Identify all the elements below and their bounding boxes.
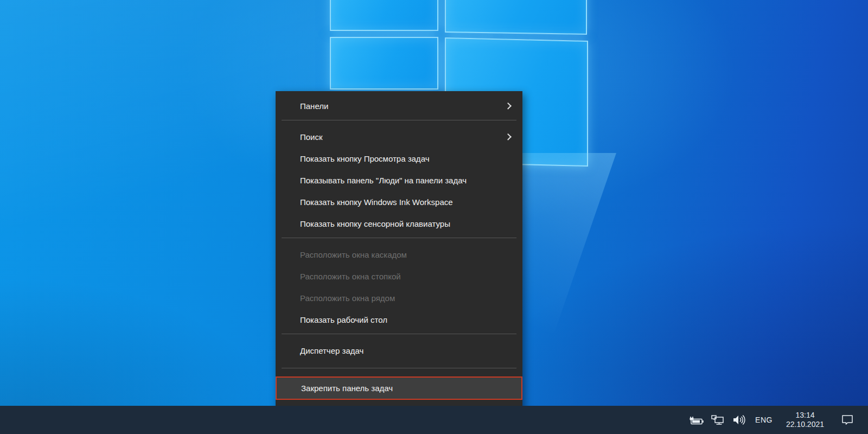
menu-item-side-by-side-windows: Расположить окна рядом	[276, 288, 522, 309]
menu-item-label: Показать кнопку Windows Ink Workspace	[300, 192, 522, 213]
menu-item-show-task-view[interactable]: Показать кнопку Просмотра задач	[276, 148, 522, 170]
menu-separator	[276, 368, 522, 376]
system-tray: ENG 13:14 22.10.2021	[688, 406, 868, 434]
menu-separator	[276, 120, 522, 126]
menu-item-panels[interactable]: Панели	[276, 95, 522, 117]
menu-item-show-ink-workspace[interactable]: Показать кнопку Windows Ink Workspace	[276, 192, 522, 213]
menu-item-search[interactable]: Поиск	[276, 126, 522, 148]
clock-time: 13:14	[786, 411, 824, 420]
menu-item-label: Панели	[300, 95, 522, 117]
menu-item-label: Расположить окна рядом	[300, 288, 522, 309]
clock-date: 22.10.2021	[786, 420, 824, 429]
taskbar[interactable]: ENG 13:14 22.10.2021	[0, 406, 868, 434]
menu-item-label: Показать кнопку Просмотра задач	[300, 148, 522, 170]
menu-item-show-touch-keyboard[interactable]: Показать кнопку сенсорной клавиатуры	[276, 213, 522, 235]
menu-item-task-manager[interactable]: Диспетчер задач	[276, 340, 522, 362]
taskbar-context-menu: Панели Поиск Показать кнопку Просмотра з…	[276, 91, 522, 427]
menu-item-label: Расположить окна каскадом	[300, 244, 522, 266]
desktop: Панели Поиск Показать кнопку Просмотра з…	[0, 0, 868, 434]
menu-separator	[276, 334, 522, 340]
menu-item-label: Показывать панель "Люди" на панели задач	[300, 170, 522, 192]
network-icon[interactable]	[711, 414, 725, 426]
volume-icon[interactable]	[732, 414, 746, 426]
language-indicator[interactable]: ENG	[753, 416, 775, 424]
menu-item-stack-windows: Расположить окна стопкой	[276, 266, 522, 288]
battery-charging-icon[interactable]	[688, 414, 704, 426]
menu-item-label: Диспетчер задач	[300, 340, 522, 362]
menu-item-label: Расположить окна стопкой	[300, 266, 522, 288]
menu-item-label: Показать кнопку сенсорной клавиатуры	[300, 213, 522, 235]
menu-item-cascade-windows: Расположить окна каскадом	[276, 244, 522, 266]
menu-item-label: Показать рабочий стол	[300, 309, 522, 331]
menu-item-label: Поиск	[300, 126, 522, 148]
action-center-icon[interactable]	[841, 414, 854, 426]
menu-separator	[276, 238, 522, 244]
menu-item-show-people[interactable]: Показывать панель "Люди" на панели задач	[276, 170, 522, 192]
menu-item-lock-taskbar[interactable]: Закрепить панель задач	[276, 376, 522, 400]
menu-item-show-desktop[interactable]: Показать рабочий стол	[276, 309, 522, 331]
menu-item-label: Закрепить панель задач	[301, 378, 521, 399]
clock[interactable]: 13:14 22.10.2021	[782, 411, 827, 429]
